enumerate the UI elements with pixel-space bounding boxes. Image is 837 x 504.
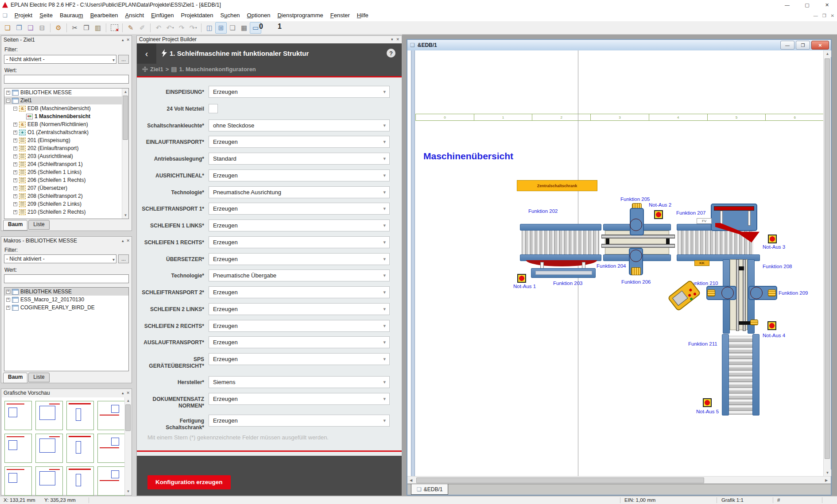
- breadcrumb-project[interactable]: Ziel1: [150, 66, 163, 73]
- menu-fenster[interactable]: Fenster: [327, 10, 353, 21]
- paste-icon[interactable]: ▥: [92, 22, 104, 34]
- menu-hilfe[interactable]: Hilfe: [353, 10, 372, 21]
- preview-thumbnail[interactable]: [35, 466, 63, 496]
- expand-icon[interactable]: +: [13, 194, 17, 198]
- close-icon[interactable]: ✕: [811, 41, 829, 50]
- new-page-icon[interactable]: ❏: [2, 22, 13, 34]
- generate-configuration-button[interactable]: Konfiguration erzeugen: [147, 475, 231, 489]
- tree-item[interactable]: +210 (Schleifen 2 Rechts): [4, 208, 128, 216]
- filter-select[interactable]: - Nicht aktiviert -▾: [4, 254, 116, 263]
- mdi-close-icon[interactable]: ✕: [831, 13, 834, 18]
- tree-scrollbar[interactable]: ▲ ▼: [122, 88, 128, 219]
- restore-icon[interactable]: ❐: [796, 41, 810, 50]
- select-3[interactable]: Erzeugen▾: [209, 136, 390, 148]
- copy-icon[interactable]: ❒: [81, 22, 92, 34]
- preview-thumbnail[interactable]: [66, 466, 94, 496]
- preview-thumbnail[interactable]: [4, 401, 32, 430]
- cogineer-panel-header[interactable]: Cogineer Project Builder ▾✕: [137, 36, 402, 43]
- help-button[interactable]: ?: [387, 49, 395, 58]
- tab-baum[interactable]: Baum: [3, 220, 27, 231]
- preview-thumbnail[interactable]: [97, 434, 125, 463]
- select-15[interactable]: Erzeugen▾: [209, 336, 390, 348]
- close-icon[interactable]: ✕: [396, 36, 399, 43]
- select-19[interactable]: Erzeugen▾: [209, 415, 390, 427]
- menu-projekt[interactable]: Projekt: [11, 10, 36, 21]
- preview-thumbnail[interactable]: [4, 466, 32, 496]
- expand-icon[interactable]: +: [6, 91, 10, 95]
- preview-thumbnail[interactable]: [66, 401, 94, 430]
- menu-optionen[interactable]: Optionen: [244, 10, 274, 21]
- select-6[interactable]: Pneumatische Ausrichtung▾: [209, 186, 390, 198]
- canvas-hscrollbar[interactable]: ◀ ▶: [407, 476, 831, 484]
- tree-item[interactable]: +COGINEER_EARLY_BIRD_DE: [4, 304, 128, 312]
- select-10[interactable]: Erzeugen▾: [209, 253, 390, 265]
- tree-item[interactable]: −Ziel1: [4, 96, 128, 104]
- select-17[interactable]: Siemens▾: [209, 376, 390, 388]
- pages-tree[interactable]: +BIBLIOTHEK MESSE−Ziel1−&EDB (Maschinenü…: [4, 88, 129, 219]
- expand-icon[interactable]: +: [13, 123, 17, 127]
- redo-history-icon[interactable]: ↷▾: [187, 22, 199, 34]
- expand-icon[interactable]: +: [13, 146, 17, 150]
- preview-thumbnail[interactable]: [4, 434, 32, 463]
- menu-dienstprogramme[interactable]: Dienstprogramme: [274, 10, 326, 21]
- collapse-icon[interactable]: −: [13, 107, 17, 111]
- tree-item[interactable]: +207 (Übersetzer): [4, 184, 128, 192]
- mdi-restore-icon[interactable]: ❐: [822, 13, 826, 18]
- value-input[interactable]: [4, 274, 129, 283]
- menu-projektdaten[interactable]: Projektdaten: [178, 10, 217, 21]
- close-icon[interactable]: ✕: [126, 389, 130, 397]
- chevron-down-icon[interactable]: ▾: [391, 36, 393, 43]
- preview-scrollbar[interactable]: ▲ ▼: [124, 397, 131, 495]
- scroll-down-icon[interactable]: ▼: [125, 488, 132, 495]
- tree-item[interactable]: +208 (Schleiftransport 2): [4, 192, 128, 200]
- select-18[interactable]: Erzeugen▾: [209, 393, 390, 405]
- checkbox-1[interactable]: [209, 104, 218, 113]
- print-icon[interactable]: ⊟: [36, 22, 48, 34]
- tree-item[interactable]: +205 (Schleifen 1 Links): [4, 168, 128, 176]
- minimize-icon[interactable]: —: [777, 0, 797, 10]
- expand-icon[interactable]: +: [13, 162, 17, 166]
- value-input[interactable]: [4, 75, 129, 84]
- select-14[interactable]: Erzeugen▾: [209, 320, 390, 332]
- select-5[interactable]: Erzeugen▾: [209, 169, 390, 181]
- redo-icon[interactable]: ↷: [176, 22, 187, 34]
- mdi-minimize-icon[interactable]: —: [814, 13, 818, 18]
- tree-item[interactable]: +204 (Schleiftransport 1): [4, 160, 128, 168]
- select-0[interactable]: Erzeugen▾: [209, 86, 390, 98]
- pin-icon[interactable]: ▴: [122, 389, 124, 397]
- menu-bearbeiten[interactable]: Bearbeiten: [87, 10, 122, 21]
- pin-icon[interactable]: ▴: [122, 237, 124, 245]
- preview-panel-header[interactable]: Grafische Vorschau ▴✕: [1, 389, 132, 397]
- collapse-icon[interactable]: −: [6, 99, 10, 103]
- drawing-canvas[interactable]: 0123456 Maschinenübersicht Zentralschalt…: [407, 50, 823, 476]
- delete-selection-icon[interactable]: ✕: [108, 22, 120, 34]
- expand-icon[interactable]: +: [13, 186, 17, 190]
- grid-icon[interactable]: ▦: [238, 22, 250, 34]
- scroll-left-icon[interactable]: ◀: [407, 477, 415, 484]
- scroll-up-icon[interactable]: ▲: [125, 397, 132, 404]
- close-icon[interactable]: ✕: [126, 36, 130, 44]
- tree-item[interactable]: +201 (Einspeisung): [4, 136, 128, 144]
- select-9[interactable]: Erzeugen▾: [209, 236, 390, 248]
- menu-suchen[interactable]: Suchen: [217, 10, 244, 21]
- tab-baum[interactable]: Baum: [3, 373, 27, 383]
- preview-thumbnail[interactable]: [66, 434, 94, 463]
- expand-icon[interactable]: +: [6, 306, 10, 310]
- canvas-vscrollbar[interactable]: ▲ ▼: [823, 50, 831, 476]
- macros-panel-header[interactable]: Makros - BIBLIOTHEK MESSE ▴✕: [1, 237, 132, 245]
- graphical-preview-icon[interactable]: ⊞: [215, 22, 227, 34]
- select-11[interactable]: Pneumatische Übergabe▾: [209, 269, 390, 281]
- format-paint-icon[interactable]: ✎: [125, 22, 136, 34]
- undo-icon[interactable]: ↶: [153, 22, 164, 34]
- expand-icon[interactable]: +: [13, 202, 17, 206]
- tree-item[interactable]: 1 Maschinenübersicht: [4, 112, 128, 120]
- tree-item[interactable]: +209 (Schleifen 2 Links): [4, 200, 128, 208]
- expand-icon[interactable]: +: [13, 131, 17, 135]
- tab-liste[interactable]: Liste: [28, 373, 49, 382]
- scroll-up-icon[interactable]: ▲: [824, 50, 831, 57]
- tree-item[interactable]: +BIBLIOTHEK MESSE: [4, 88, 128, 96]
- preview-thumbnail[interactable]: [35, 434, 63, 463]
- filter-select[interactable]: - Nicht aktiviert -▾: [4, 55, 116, 64]
- select-7[interactable]: Erzeugen▾: [209, 203, 390, 215]
- expand-icon[interactable]: +: [13, 210, 17, 214]
